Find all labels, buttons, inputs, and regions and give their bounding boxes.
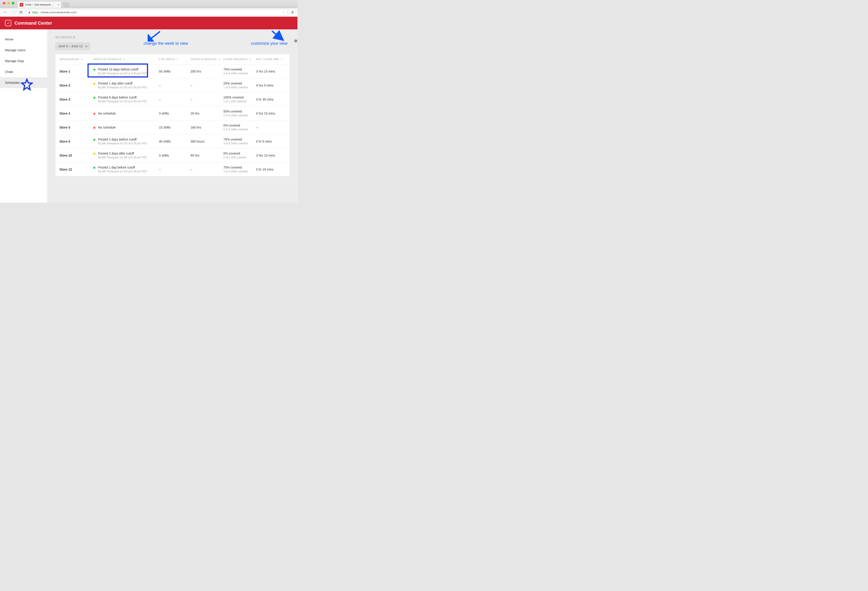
sidebar-item-manage-orgs[interactable]: Manage Orgs [0, 56, 47, 66]
app-title: Command Center [15, 21, 52, 26]
sort-icon [81, 59, 83, 60]
maximize-window-icon[interactable] [12, 2, 15, 4]
shift-count: 40 shifts [159, 140, 190, 143]
status-dot-icon [93, 139, 95, 141]
page-heading: SCHEDULE [55, 35, 290, 39]
status-sub: By Bill Thompson on 3/3 at 5:30 pm PST [98, 100, 147, 103]
sort-icon [281, 59, 283, 60]
col-avg[interactable]: AVG. COVER TIME [256, 58, 283, 60]
status-dot-icon [93, 167, 95, 169]
avg-cover-time: – [256, 125, 283, 129]
svg-rect-1 [29, 12, 30, 13]
table-row[interactable]: Store 4No schedule3 shifts20 hrs50% cove… [55, 106, 289, 121]
status-main: Posted 10 days before cutoff [98, 68, 147, 71]
hours-scheduled: 20 hrs [190, 112, 223, 115]
minimize-window-icon[interactable] [7, 2, 10, 4]
schedule-table: ORGANIZATION PHOTO OF SCHEDULE # OF SHIF… [55, 54, 290, 177]
week-picker[interactable]: June 6 – June 12 [55, 42, 90, 50]
org-name: Store 4 [59, 112, 93, 115]
tab-title: Crew – Get everyone on [25, 3, 55, 6]
avg-cover-time: 3 hrs 15 mins [256, 69, 283, 73]
reload-button[interactable]: ⟳ [19, 9, 24, 15]
status-sub: By Bill Thompson on 3/3 at 5:30 pm PST [98, 170, 147, 173]
table-row[interactable]: Store 5No schedule15 shifts160 hrs0% cov… [55, 121, 289, 134]
schedule-status: Posted 2 days after cutoffBy Bill Thomps… [93, 152, 159, 159]
shift-count: – [159, 84, 190, 87]
hours-scheduled: 300 hours [190, 140, 223, 143]
avg-cover-time: 3 hrs 15 mins [256, 153, 283, 157]
org-name: Store 6 [59, 140, 93, 143]
sort-icon [177, 59, 179, 60]
avg-cover-time: 0 hrs 15 mins [256, 112, 283, 115]
hours-scheduled: – [190, 168, 223, 171]
status-main: Posted 2 days after cutoff [98, 152, 147, 155]
favicon-icon [20, 3, 23, 7]
cover-requests: 75% covered3 of 4 shifts covered [223, 166, 256, 173]
window-controls [2, 0, 16, 8]
lock-icon [28, 11, 31, 14]
tab-strip: Crew – Get everyone on × [0, 0, 297, 8]
sidebar-item-chats[interactable]: Chats [0, 66, 47, 77]
sidebar-item-manage-users[interactable]: Manage Users [0, 45, 47, 56]
schedule-status: Posted 2 days before cutoffBy Bill Thomp… [93, 138, 159, 145]
col-shifts[interactable]: # OF SHIFTS [159, 58, 190, 60]
col-cover[interactable]: COVER REQUESTS [223, 58, 256, 60]
schedule-status: Posted 8 days before cutoffBy Bill Thomp… [93, 96, 159, 103]
browser-chrome: Crew – Get everyone on × ← → ⟳ https://w… [0, 0, 297, 17]
forward-button[interactable]: → [10, 9, 16, 15]
sort-icon [123, 59, 125, 60]
annotation-customize: customize your view [251, 41, 288, 46]
browser-tab[interactable]: Crew – Get everyone on × [17, 1, 62, 8]
table-row[interactable]: Store 6Posted 2 days before cutoffBy Bil… [55, 134, 289, 149]
org-name: Store 1 [59, 69, 93, 73]
shift-count: – [159, 168, 190, 171]
close-window-icon[interactable] [3, 2, 6, 4]
cover-requests: 25% covered1 of 4 shifts covered [223, 81, 256, 89]
table-row[interactable]: Store 12Posted 1 day before cutoffBy Bil… [55, 162, 289, 176]
status-sub: By Bill Thompson on 3/3 at 5:30 pm PST [98, 72, 147, 75]
table-row[interactable]: Store 2Posted 1 day after cutoffBy Bill … [55, 78, 289, 92]
sort-icon [218, 59, 220, 60]
star-annotation-icon [21, 78, 33, 91]
back-button[interactable]: ← [2, 9, 8, 15]
schedule-status: Posted 1 day before cutoffBy Bill Thomps… [93, 166, 159, 173]
org-name: Store 5 [59, 125, 93, 129]
bookmark-star-icon[interactable]: ☆ [282, 10, 285, 15]
address-bar[interactable]: https://www.commandcenter.com ☆ [26, 9, 288, 16]
hours-scheduled: 160 hrs [190, 125, 223, 129]
browser-toolbar: ← → ⟳ https://www.commandcenter.com ☆ ≡ [0, 8, 297, 17]
col-photo[interactable]: PHOTO OF SCHEDULE [93, 58, 159, 60]
table-row[interactable]: Store 3Posted 8 days before cutoffBy Bil… [55, 92, 289, 106]
col-organization[interactable]: ORGANIZATION [59, 58, 93, 60]
shift-count: 50 shifts [159, 69, 190, 73]
org-name: Store 12 [59, 168, 93, 171]
status-sub: By Bill Thompson on 3/3 at 5:30 pm PST [98, 156, 147, 159]
settings-gear-icon[interactable] [294, 39, 297, 44]
schedule-status: Posted 10 days before cutoffBy Bill Thom… [93, 68, 159, 75]
browser-menu-icon[interactable]: ≡ [290, 10, 295, 15]
avg-cover-time: 0 hr 5 mins [256, 140, 283, 143]
table-row[interactable]: Store 1Posted 10 days before cutoffBy Bi… [55, 64, 289, 78]
avg-cover-time: 0 hr 35 mins [256, 97, 283, 101]
schedule-status: No schedule [93, 112, 159, 115]
hours-scheduled: – [190, 84, 223, 87]
col-hours[interactable]: HOURS SCHEDULED [190, 58, 223, 60]
status-dot-icon [93, 83, 95, 85]
table-header: ORGANIZATION PHOTO OF SCHEDULE # OF SHIF… [55, 54, 289, 64]
schedule-status: Posted 1 day after cutoffBy Bill Thompso… [93, 81, 159, 89]
status-main: Posted 8 days before cutoff [98, 96, 147, 99]
shift-count: 15 shifts [159, 125, 190, 129]
shift-count: 3 shifts [159, 153, 190, 157]
avg-cover-time: 0 hrs 5 mins [256, 84, 283, 87]
status-sub: By Bill Thompson on 3/3 at 5:30 pm PST [98, 86, 147, 89]
table-row[interactable]: Store 10Posted 2 days after cutoffBy Bil… [55, 149, 289, 162]
avg-cover-time: 0 hr 15 mins [256, 168, 283, 171]
arrow-annotation-icon [271, 30, 284, 41]
tab-close-icon[interactable]: × [58, 3, 59, 6]
sidebar-item-home[interactable]: Home [0, 34, 47, 45]
arrow-annotation-icon [148, 30, 161, 41]
sidebar: HomeManage UsersManage OrgsChatsSchedule… [0, 29, 47, 203]
status-main: Posted 1 day before cutoff [98, 166, 147, 169]
new-tab-button[interactable] [63, 3, 69, 7]
status-main: Posted 2 days before cutoff [98, 138, 147, 141]
